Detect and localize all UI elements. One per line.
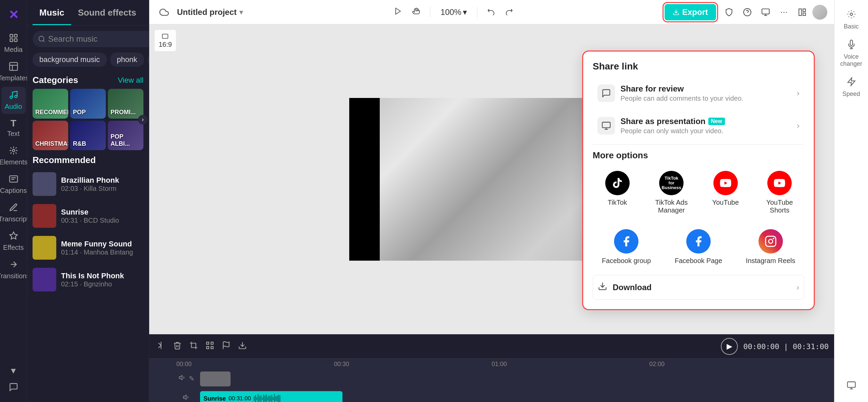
split-tool-button[interactable]: [155, 339, 167, 354]
svg-rect-26: [803, 13, 806, 16]
cat-scroll-arrow[interactable]: ›: [138, 115, 147, 124]
track-info-3: This Is Not Phonk 02:15 · Bgnzinho: [61, 272, 143, 288]
svg-rect-36: [206, 342, 209, 344]
cat-item-recommend[interactable]: RECOMMEND: [33, 89, 68, 119]
social-instagram-reels[interactable]: Instagram Reels: [737, 224, 804, 269]
rp-voice-changer[interactable]: Voice changer: [836, 36, 866, 72]
app-logo[interactable]: ✕: [1, 5, 26, 24]
total-time: 00:31:00: [793, 342, 829, 351]
track-item-3[interactable]: This Is Not Phonk 02:15 · Bgnzinho: [27, 264, 149, 296]
track-item-2[interactable]: Meme Funny Sound 01:14 · Manhoa Bintang: [27, 232, 149, 264]
hand-tool-button[interactable]: [409, 5, 424, 20]
audio-clip-duration: 00:31:00: [229, 395, 251, 402]
sidebar-item-effects[interactable]: Effects: [1, 228, 26, 255]
music-search-box[interactable]: [33, 31, 149, 47]
cat-item-pop-alb[interactable]: POP ALBI...: [108, 121, 143, 150]
more-options-icon[interactable]: ···: [776, 4, 792, 20]
sidebar-item-elements[interactable]: Elements: [1, 142, 26, 169]
sidebar-chat[interactable]: [1, 379, 26, 397]
cloud-icon[interactable]: [156, 4, 172, 20]
share-as-presentation-option[interactable]: Share as presentation New People can onl…: [593, 110, 804, 141]
sidebar-item-media[interactable]: Media: [1, 30, 26, 57]
video-track-edit-icon[interactable]: ✎: [189, 375, 195, 383]
social-facebook-group[interactable]: Facebook group: [593, 224, 660, 269]
social-tiktok-ads[interactable]: TikTokforBusiness TikTok Ads Manager: [647, 166, 696, 219]
download-row[interactable]: Download ›: [593, 275, 804, 300]
sidebar-item-templates[interactable]: Templates: [1, 58, 26, 85]
download-timeline-button[interactable]: [236, 339, 249, 354]
layout-icon[interactable]: [794, 4, 810, 20]
social-youtube-shorts[interactable]: YouTube Shorts: [755, 166, 805, 219]
rp-basic[interactable]: Basic: [836, 5, 866, 34]
right-panel: Basic Voice changer Speed: [834, 0, 868, 402]
track-item-0[interactable]: Brazillian Phonk 02:03 · Killa Storm: [27, 168, 149, 200]
help-icon[interactable]: [739, 4, 755, 20]
sidebar-item-audio[interactable]: Audio: [1, 87, 26, 114]
sidebar-expand[interactable]: ▼: [1, 363, 26, 379]
chip-phonk[interactable]: phonk: [110, 53, 144, 67]
flag-tool-button[interactable]: [220, 339, 233, 354]
track-item-1[interactable]: Sunrise 00:31 · BCD Studio: [27, 200, 149, 232]
track-name-1: Sunrise: [61, 208, 143, 217]
arrow-tool-button[interactable]: [391, 5, 406, 20]
video-clip-thumb[interactable]: [200, 371, 231, 386]
tiktok-icon: [605, 171, 630, 195]
tab-music[interactable]: Music: [33, 0, 71, 25]
view-all-button[interactable]: View all: [118, 76, 143, 85]
cat-item-promi[interactable]: PROMI...: [108, 89, 143, 119]
sidebar-item-label-text: Text: [7, 130, 20, 138]
redo-button[interactable]: [502, 5, 517, 20]
align-tool-button[interactable]: [203, 339, 216, 354]
sidebar: ✕ Media Templates Audio T Text Elements …: [0, 0, 27, 402]
track-info-2: Meme Funny Sound 01:14 · Manhoa Bintang: [61, 240, 143, 256]
audio-clip[interactable]: Sunrise 00:31:00: [200, 391, 342, 402]
audio-track-volume-icon[interactable]: [183, 394, 190, 402]
social-tiktok[interactable]: TikTok: [593, 166, 642, 219]
play-button[interactable]: ▶: [721, 338, 738, 355]
youtube-icon: [713, 171, 738, 195]
cat-item-christmas[interactable]: CHRISTMAS: [33, 121, 68, 150]
project-name-text: Untitled project: [177, 7, 237, 17]
sidebar-item-text[interactable]: T Text: [1, 115, 26, 141]
sidebar-item-transcript[interactable]: Transcript: [1, 199, 26, 226]
sidebar-item-transitions[interactable]: Transitions: [1, 256, 26, 283]
video-track-volume-icon[interactable]: [179, 374, 186, 383]
canvas-area: 16:9 Share link Share for review People …: [149, 24, 834, 334]
rp-monitor[interactable]: [836, 377, 866, 397]
user-avatar[interactable]: [812, 5, 827, 20]
tab-sound-effects[interactable]: Sound effects: [71, 0, 143, 25]
sidebar-item-label-transcript: Transcript: [0, 215, 28, 223]
playback-controls: ▶ 00:00:00 | 00:31:00: [721, 338, 829, 355]
social-label-instagram-reels: Instagram Reels: [746, 257, 795, 265]
search-input[interactable]: [48, 34, 149, 44]
svg-rect-4: [9, 62, 17, 70]
track-meta-1: 00:31 · BCD Studio: [61, 217, 143, 224]
undo-button[interactable]: [484, 5, 498, 20]
shield-icon[interactable]: [721, 4, 737, 20]
sidebar-item-captions[interactable]: Captions: [1, 171, 26, 198]
project-name[interactable]: Untitled project ▾: [177, 7, 243, 17]
social-facebook-page[interactable]: Facebook Page: [665, 224, 732, 269]
media-icon: [9, 33, 18, 44]
crop-tool-button[interactable]: [187, 339, 200, 354]
share-as-presentation-texts: Share as presentation New People can onl…: [620, 117, 791, 135]
delete-tool-button[interactable]: [171, 339, 184, 354]
zoom-control[interactable]: 100% ▾: [436, 5, 471, 19]
cat-item-pop[interactable]: POP: [70, 89, 106, 119]
rp-speed[interactable]: Speed: [836, 73, 866, 102]
social-youtube[interactable]: YouTube: [701, 166, 750, 219]
social-label-youtube-shorts: YouTube Shorts: [758, 199, 802, 214]
svg-line-14: [43, 40, 44, 42]
chip-background-music[interactable]: background music: [33, 53, 107, 67]
audio-icon: [9, 90, 18, 101]
aspect-ratio-badge[interactable]: 16:9: [155, 30, 176, 51]
elements-icon: [9, 146, 18, 157]
cat-label-rnb: R&B: [73, 140, 86, 147]
chip-happy[interactable]: Happy: [147, 53, 149, 67]
export-button[interactable]: Export: [665, 4, 716, 20]
music-chips: background music phonk Happy: [27, 53, 149, 72]
present-icon[interactable]: [757, 4, 774, 20]
cat-item-rnb[interactable]: R&B: [70, 121, 106, 150]
share-for-review-option[interactable]: Share for review People can add comments…: [593, 78, 804, 108]
ruler-mark-1: 00:30: [334, 361, 492, 368]
